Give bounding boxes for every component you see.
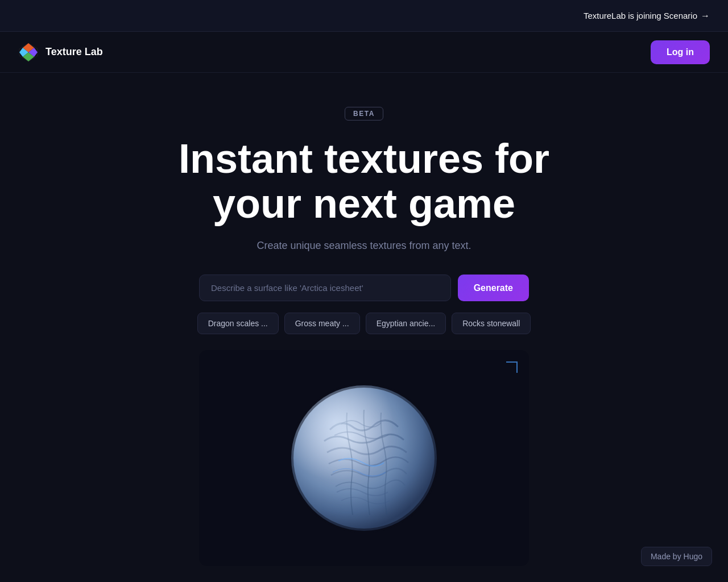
announcement-text: TextureLab is joining Scenario — [584, 11, 697, 20]
made-by-badge: Made by Hugo — [641, 547, 712, 566]
hero-title: Instant textures for your next game — [179, 136, 549, 226]
suggestion-chip-2[interactable]: Egyptian ancie... — [366, 313, 446, 334]
generate-button[interactable]: Generate — [458, 275, 529, 301]
logo-area: Texture Lab — [18, 42, 103, 63]
logo-icon — [18, 42, 39, 63]
hero-subtitle: Create unique seamless textures from any… — [257, 240, 471, 252]
beta-badge: BETA — [345, 107, 383, 120]
announcement-link[interactable]: TextureLab is joining Scenario → — [584, 11, 710, 21]
arrow-icon: → — [701, 11, 710, 21]
suggestion-chip-3[interactable]: Rocks stonewall — [452, 313, 531, 334]
logo-text: Texture Lab — [46, 46, 103, 58]
preview-container — [199, 350, 529, 566]
sphere-visual — [284, 379, 444, 538]
search-input[interactable] — [199, 275, 451, 301]
login-button[interactable]: Log in — [651, 40, 710, 64]
suggestion-chip-1[interactable]: Gross meaty ... — [284, 313, 360, 334]
search-area: Generate — [199, 275, 529, 301]
suggestions-row: Dragon scales ... Gross meaty ... Egypti… — [197, 313, 531, 334]
suggestion-chip-0[interactable]: Dragon scales ... — [197, 313, 279, 334]
hero-section: BETA Instant textures for your next game… — [0, 73, 728, 566]
main-nav: Texture Lab Log in — [0, 32, 728, 73]
hero-title-line2: your next game — [213, 181, 515, 226]
announcement-bar: TextureLab is joining Scenario → — [0, 0, 728, 32]
hero-title-line1: Instant textures for — [179, 136, 549, 181]
preview-corner-icon — [506, 361, 518, 373]
